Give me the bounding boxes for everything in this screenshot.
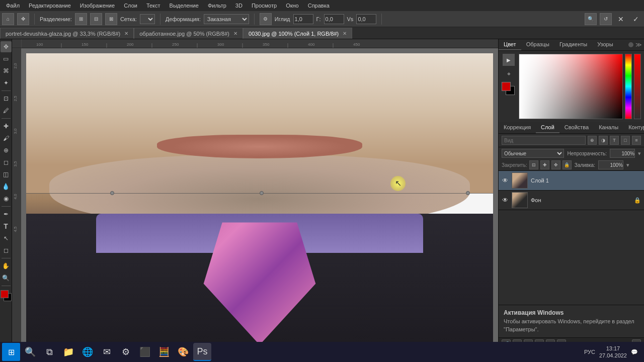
r-input[interactable] [324, 14, 344, 24]
gradient-tool[interactable]: ◫ [1, 169, 12, 180]
layer-search-input[interactable] [502, 136, 586, 145]
tab-1-close[interactable]: ✕ [233, 31, 237, 36]
select-rect-tool[interactable]: ▭ [1, 53, 12, 64]
layer-item-0[interactable]: 👁 Слой 1 [499, 171, 644, 191]
tab-2[interactable]: 0030.jpg @ 100% (Слой 1, RGB/8#) ✕ [243, 28, 352, 39]
lock-position-btn[interactable]: ✚ [540, 160, 549, 169]
search-taskbar-btn[interactable]: 🔍 [21, 343, 39, 361]
color-tab-gradients[interactable]: Градиенты [554, 39, 592, 50]
brush-tool[interactable]: 🖌 [1, 133, 12, 144]
fg-color-swatch[interactable] [1, 290, 9, 298]
interpolation-input[interactable] [293, 14, 313, 24]
lock-pixels-btn[interactable]: ⊟ [529, 160, 538, 169]
blend-mode-select[interactable]: Обычные [502, 149, 564, 158]
menu-file[interactable]: Файл [2, 2, 24, 10]
tab-1[interactable]: обработанное.jpg @ 50% (RGB/8#) ✕ [134, 28, 243, 39]
layer-1-visibility[interactable]: 👁 [502, 197, 509, 204]
crop-tool[interactable]: ⊡ [1, 93, 12, 104]
layer-tab-properties[interactable]: Свойства [559, 122, 594, 133]
opacity-input[interactable] [610, 149, 635, 158]
menu-edit[interactable]: Редактирование [25, 2, 75, 10]
magic-wand-tool[interactable]: ✦ [1, 77, 12, 88]
layer-item-1[interactable]: 👁 Фон 🔒 [499, 191, 644, 210]
set-color-btn[interactable]: ▶ [503, 54, 515, 66]
menu-filter[interactable]: Фильтр [204, 2, 230, 10]
color-tab-color[interactable]: Цвет [499, 39, 521, 50]
fill-chevron[interactable]: ▾ [626, 162, 629, 168]
browser-btn[interactable]: 🌐 [78, 343, 97, 361]
pen-tool[interactable]: ✒ [1, 209, 12, 220]
rotation-icon[interactable]: ↺ [600, 13, 612, 25]
layer-0-visibility[interactable]: 👁 [502, 177, 509, 184]
layer-new-icon[interactable]: ⊕ [588, 136, 597, 145]
layer-tab-layers[interactable]: Слой [536, 122, 559, 133]
tab-2-close[interactable]: ✕ [343, 31, 347, 36]
lock-artboard-btn[interactable]: ✥ [551, 160, 560, 169]
home-icon[interactable]: ⌂ [2, 13, 14, 25]
healing-tool[interactable]: ✚ [1, 121, 12, 132]
menu-layers[interactable]: Слои [120, 2, 141, 10]
fg-swatch[interactable] [502, 82, 511, 91]
transform-handle-right[interactable] [466, 191, 470, 195]
menu-view[interactable]: Просмотр [248, 2, 281, 10]
move-icon[interactable]: ✥ [17, 13, 29, 25]
hand-tool[interactable]: ✋ [1, 260, 12, 272]
menu-3d[interactable]: 3D [231, 2, 247, 10]
photoshop-taskbar-btn[interactable]: Ps [193, 343, 211, 361]
menu-select[interactable]: Выделение [166, 2, 203, 10]
layer-tab-paths[interactable]: Контуры [623, 122, 644, 133]
menu-help[interactable]: Справка [304, 2, 334, 10]
color-tab-patterns[interactable]: Узоры [592, 39, 618, 50]
layer-filter-icon[interactable]: ≡ [632, 136, 641, 145]
layer-tab-channels[interactable]: Каналы [594, 122, 623, 133]
layer-tab-correction[interactable]: Коррекция [499, 122, 536, 133]
paint-btn[interactable]: 🎨 [174, 343, 192, 361]
hue-bar[interactable] [625, 54, 632, 119]
terminal-btn[interactable]: ⬛ [136, 343, 154, 361]
move-tool[interactable]: ✥ [1, 41, 12, 52]
settings-btn[interactable]: ⚙ [117, 343, 135, 361]
vs-input[interactable] [356, 14, 376, 24]
opacity-chevron[interactable]: ▾ [638, 150, 641, 157]
start-button[interactable]: ⊞ [2, 343, 20, 361]
cancel-button[interactable]: ✕ [615, 13, 627, 25]
lasso-tool[interactable]: ⌘ [1, 65, 12, 76]
split-grid-icon[interactable]: ⊞ [75, 13, 87, 25]
dodge-tool[interactable]: ◉ [1, 193, 12, 204]
zoom-tool[interactable]: 🔍 [1, 273, 12, 284]
layer-shape-icon[interactable]: □ [621, 136, 630, 145]
layer-adj-icon[interactable]: ◑ [599, 136, 608, 145]
eyedropper-color-btn[interactable]: ⌖ [503, 68, 515, 80]
notification-icon[interactable]: 💬 [631, 349, 638, 355]
eyedropper-icon[interactable]: 🔍 [585, 13, 597, 25]
alpha-bar[interactable] [634, 54, 641, 119]
menu-text[interactable]: Текст [142, 2, 165, 10]
grid-select[interactable] [140, 14, 155, 24]
lock-all-btn[interactable]: 🔒 [562, 160, 572, 169]
split-v-icon[interactable]: ⊠ [105, 13, 117, 25]
layer-text-icon[interactable]: T [610, 136, 619, 145]
tab-0-close[interactable]: ✕ [124, 31, 128, 36]
calc-btn[interactable]: 🧮 [155, 343, 173, 361]
shape-tool[interactable]: ◻ [1, 245, 12, 256]
warp-settings-icon[interactable]: ⚙ [260, 13, 272, 25]
menu-image[interactable]: Изображение [76, 2, 119, 10]
path-select-tool[interactable]: ↖ [1, 233, 12, 244]
eraser-tool[interactable]: ◻ [1, 157, 12, 168]
panel-collapse[interactable]: ≫ [635, 41, 642, 48]
tab-0[interactable]: portret-devushka-glaza.jpg @ 33,3% (RGB/… [0, 28, 134, 39]
confirm-button[interactable]: ✓ [630, 13, 642, 25]
menu-window[interactable]: Окно [282, 2, 303, 10]
file-explorer-btn[interactable]: 📁 [59, 343, 77, 361]
taskview-btn[interactable]: ⧉ [40, 343, 58, 361]
fill-input[interactable] [598, 160, 623, 169]
blur-tool[interactable]: 💧 [1, 181, 12, 192]
split-h-icon[interactable]: ⊟ [90, 13, 102, 25]
mail-btn[interactable]: ✉ [98, 343, 116, 361]
canvas-viewport[interactable]: ↖ [21, 48, 498, 350]
warp-mode-select[interactable]: Заказная [204, 14, 249, 24]
color-tab-samples[interactable]: Образцы [521, 39, 554, 50]
text-tool[interactable]: T [1, 221, 12, 232]
clone-tool[interactable]: ⊕ [1, 145, 12, 156]
color-spectrum[interactable] [519, 54, 623, 119]
